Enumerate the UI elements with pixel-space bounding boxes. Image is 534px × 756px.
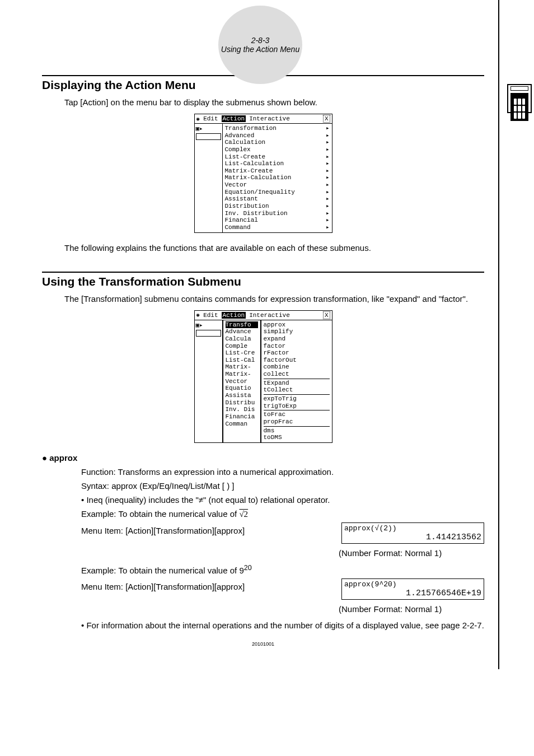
action-menu-item-trunc: Vector xyxy=(226,378,258,385)
action-menu-item: List-Calculation xyxy=(225,160,330,167)
action-menu-screenshot: ✺ Edit Action Interactive X ▣▸ Transform… xyxy=(194,114,332,233)
action-menu-item: Equation/Inequality xyxy=(225,189,330,196)
menu-action: Action xyxy=(222,312,246,319)
action-menu-item: List-Create xyxy=(225,153,330,161)
footer-code: 20101001 xyxy=(42,641,484,647)
action-menu-item-trunc: Inv. Dis xyxy=(226,406,258,413)
menu-action: Action xyxy=(222,115,246,122)
transformation-item: toFrac xyxy=(264,411,330,418)
calc-output-1: approx(√(2)) 1.414213562 xyxy=(341,522,484,544)
transformation-item: expToTrig xyxy=(264,395,330,403)
action-submenu-truncated: TransfoAdvanceCalculaCompleList-CreList-… xyxy=(223,320,261,442)
number-format-1: (Number Format: Normal 1) xyxy=(339,547,484,559)
action-menu-item-trunc: Distribu xyxy=(226,399,258,407)
ex2-label: Example: To obtain the numerical value o… xyxy=(81,566,244,575)
approx-example1: Example: To obtain the numerical value o… xyxy=(81,508,484,520)
section-rule-2 xyxy=(42,272,484,273)
approx-example2: Example: To obtain the numerical value o… xyxy=(81,563,484,576)
approx-ineq-note: • Ineq (inequality) includes the "≠" (no… xyxy=(81,494,484,506)
menu-interactive: Interactive xyxy=(249,312,290,319)
menu-interactive: Interactive xyxy=(249,115,290,122)
action-menu-item-trunc: Assista xyxy=(226,392,258,399)
action-menu-item-trunc: List-Cre xyxy=(226,349,258,357)
transformation-item: propFrac xyxy=(264,418,330,426)
number-format-2: (Number Format: Normal 1) xyxy=(339,603,484,615)
section1-after: The following explains the functions tha… xyxy=(64,242,484,254)
approx-syntax: Syntax: approx (Exp/Eq/Ineq/List/Mat [ )… xyxy=(81,480,484,492)
transformation-item: dms xyxy=(264,427,330,435)
transformation-item: tExpand xyxy=(264,380,330,387)
action-menu-item: Command xyxy=(225,224,330,231)
action-submenu-list: TransformationAdvancedCalculationComplex… xyxy=(223,124,332,232)
transformation-item: simplify xyxy=(264,328,330,335)
action-menu-item: Matrix-Create xyxy=(225,167,330,175)
transformation-item: combine xyxy=(264,363,330,371)
transformation-item: collect xyxy=(264,371,330,378)
ex1-sqrt: √2 xyxy=(239,510,248,519)
transformation-item: expand xyxy=(264,335,330,343)
transformation-item: approx xyxy=(264,321,330,329)
approx-menuitem-2: Menu Item: [Action][Transformation][appr… xyxy=(81,581,330,592)
approx-title: approx xyxy=(49,453,77,463)
action-menu-item-trunc: Comman xyxy=(226,421,258,428)
action-menu-item: Transformation xyxy=(225,125,330,132)
close-icon: X xyxy=(323,115,330,123)
section2-intro: The [Transformation] submenu contains co… xyxy=(64,293,484,305)
close-icon: X xyxy=(323,311,330,319)
calc-output-2: approx(9^20) 1.215766546E+19 xyxy=(341,578,484,600)
approx-footnote-text: For information about the internal opera… xyxy=(86,620,484,630)
page-header-badge: 2-8-3 Using the Action Menu xyxy=(218,6,302,84)
action-menu-item-trunc: Calcula xyxy=(226,335,258,343)
calc-toolbar: ▣▸ xyxy=(195,320,223,442)
ex1-label: Example: To obtain the numerical value o… xyxy=(81,509,239,519)
calculator-icon xyxy=(507,84,532,113)
transformation-item: toDMS xyxy=(264,434,330,441)
transformation-item: trigToExp xyxy=(264,403,330,410)
transformation-submenu-list: approxsimplifyexpandfactorrFactorfactorO… xyxy=(261,320,332,442)
action-menu-item: Distribution xyxy=(225,203,330,210)
transformation-menu-screenshot: ✺ Edit Action Interactive X ▣▸ TransfoAd… xyxy=(194,310,332,443)
action-menu-item-trunc: Comple xyxy=(226,343,258,350)
out1-result: 1.414213562 xyxy=(344,533,481,542)
menu-app-icon: ✺ xyxy=(196,311,200,319)
out2-result: 1.215766546E+19 xyxy=(344,589,481,598)
action-menu-item: Complex xyxy=(225,146,330,153)
ex2-exponent: 20 xyxy=(244,564,252,572)
approx-footnote: • For information about the internal ope… xyxy=(81,619,484,631)
action-menu-item: Advanced xyxy=(225,132,330,139)
menu-edit: Edit xyxy=(203,115,218,122)
out1-cmd: approx(√(2)) xyxy=(344,524,481,533)
action-menu-item-trunc: List-Cal xyxy=(226,357,258,364)
approx-ineq-text: Ineq (inequality) includes the "≠" (not … xyxy=(86,495,330,505)
calc-toolbar: ▣▸ xyxy=(195,124,223,232)
approx-function: Function: Transforms an expression into … xyxy=(81,466,484,478)
action-menu-item: Matrix-Calculation xyxy=(225,174,330,181)
action-menu-item: Financial xyxy=(225,217,330,224)
transformation-item: rFactor xyxy=(264,349,330,357)
approx-heading: ● approx xyxy=(42,452,484,464)
action-menu-item-trunc: Advance xyxy=(226,328,258,335)
page-ref: 2-8-3 xyxy=(251,36,270,45)
page-header-title: Using the Action Menu xyxy=(221,45,299,54)
transformation-item: factor xyxy=(264,343,330,350)
action-menu-item-trunc: Financia xyxy=(226,413,258,421)
section2-heading: Using the Transformation Submenu xyxy=(42,275,484,288)
approx-menuitem-1: Menu Item: [Action][Transformation][appr… xyxy=(81,525,330,536)
action-menu-item-trunc: Equatio xyxy=(226,385,258,392)
menu-app-icon: ✺ xyxy=(196,115,200,123)
out2-cmd: approx(9^20) xyxy=(344,580,481,589)
action-menu-item-trunc: Transfo xyxy=(226,321,258,329)
calc-menubar-2: ✺ Edit Action Interactive X xyxy=(195,311,332,320)
action-menu-item-trunc: Matrix- xyxy=(226,363,258,371)
action-menu-item: Inv. Distribution xyxy=(225,210,330,217)
action-menu-item: Vector xyxy=(225,181,330,189)
action-menu-item: Assistant xyxy=(225,195,330,203)
action-menu-item: Calculation xyxy=(225,139,330,146)
transformation-item: tCollect xyxy=(264,386,330,394)
section1-intro: Tap [Action] on the menu bar to display … xyxy=(64,96,484,108)
transformation-item: factorOut xyxy=(264,357,330,364)
menu-edit: Edit xyxy=(203,312,218,319)
calc-menubar: ✺ Edit Action Interactive X xyxy=(195,114,332,124)
action-menu-item-trunc: Matrix- xyxy=(226,371,258,378)
